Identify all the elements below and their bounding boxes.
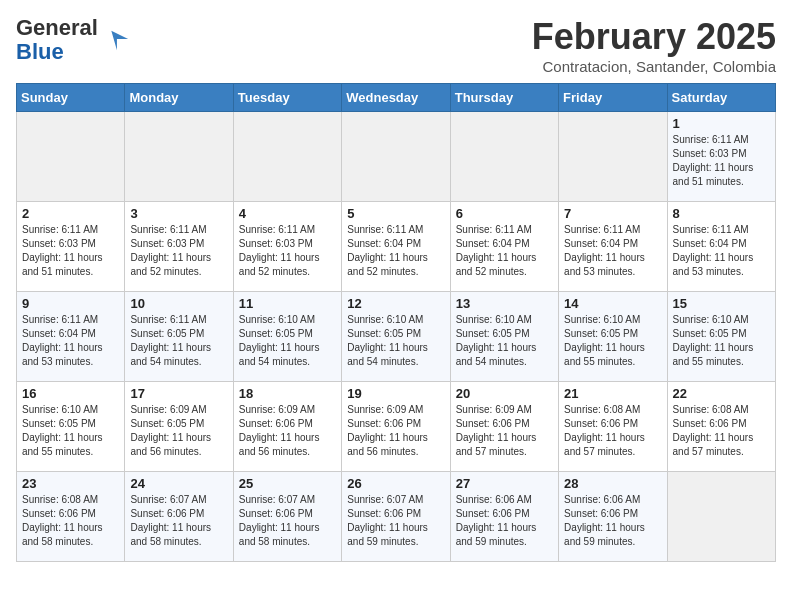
calendar-cell: 14Sunrise: 6:10 AM Sunset: 6:05 PM Dayli… — [559, 292, 667, 382]
day-number: 18 — [239, 386, 336, 401]
day-info: Sunrise: 6:11 AM Sunset: 6:05 PM Dayligh… — [130, 313, 227, 369]
day-info: Sunrise: 6:11 AM Sunset: 6:04 PM Dayligh… — [347, 223, 444, 279]
day-number: 9 — [22, 296, 119, 311]
weekday-header-saturday: Saturday — [667, 84, 775, 112]
day-info: Sunrise: 6:11 AM Sunset: 6:03 PM Dayligh… — [673, 133, 770, 189]
calendar-cell — [125, 112, 233, 202]
day-info: Sunrise: 6:10 AM Sunset: 6:05 PM Dayligh… — [673, 313, 770, 369]
calendar-week-row: 16Sunrise: 6:10 AM Sunset: 6:05 PM Dayli… — [17, 382, 776, 472]
day-number: 17 — [130, 386, 227, 401]
calendar-week-row: 23Sunrise: 6:08 AM Sunset: 6:06 PM Dayli… — [17, 472, 776, 562]
title-block: February 2025 Contratacion, Santander, C… — [532, 16, 776, 75]
calendar-cell: 4Sunrise: 6:11 AM Sunset: 6:03 PM Daylig… — [233, 202, 341, 292]
day-number: 25 — [239, 476, 336, 491]
day-number: 12 — [347, 296, 444, 311]
logo-blue-text: Blue — [16, 39, 64, 64]
day-info: Sunrise: 6:11 AM Sunset: 6:04 PM Dayligh… — [673, 223, 770, 279]
calendar-cell — [233, 112, 341, 202]
calendar-cell: 18Sunrise: 6:09 AM Sunset: 6:06 PM Dayli… — [233, 382, 341, 472]
calendar-week-row: 9Sunrise: 6:11 AM Sunset: 6:04 PM Daylig… — [17, 292, 776, 382]
month-title: February 2025 — [532, 16, 776, 58]
calendar-cell — [342, 112, 450, 202]
weekday-header-tuesday: Tuesday — [233, 84, 341, 112]
day-info: Sunrise: 6:10 AM Sunset: 6:05 PM Dayligh… — [564, 313, 661, 369]
day-number: 7 — [564, 206, 661, 221]
day-info: Sunrise: 6:10 AM Sunset: 6:05 PM Dayligh… — [239, 313, 336, 369]
calendar-cell: 6Sunrise: 6:11 AM Sunset: 6:04 PM Daylig… — [450, 202, 558, 292]
calendar-table: SundayMondayTuesdayWednesdayThursdayFrid… — [16, 83, 776, 562]
day-info: Sunrise: 6:11 AM Sunset: 6:04 PM Dayligh… — [564, 223, 661, 279]
weekday-header-thursday: Thursday — [450, 84, 558, 112]
day-info: Sunrise: 6:09 AM Sunset: 6:05 PM Dayligh… — [130, 403, 227, 459]
svg-marker-0 — [111, 31, 128, 51]
day-info: Sunrise: 6:07 AM Sunset: 6:06 PM Dayligh… — [130, 493, 227, 549]
day-number: 27 — [456, 476, 553, 491]
calendar-cell: 11Sunrise: 6:10 AM Sunset: 6:05 PM Dayli… — [233, 292, 341, 382]
day-info: Sunrise: 6:10 AM Sunset: 6:05 PM Dayligh… — [347, 313, 444, 369]
day-number: 28 — [564, 476, 661, 491]
day-number: 2 — [22, 206, 119, 221]
calendar-cell: 21Sunrise: 6:08 AM Sunset: 6:06 PM Dayli… — [559, 382, 667, 472]
calendar-cell: 2Sunrise: 6:11 AM Sunset: 6:03 PM Daylig… — [17, 202, 125, 292]
calendar-cell: 7Sunrise: 6:11 AM Sunset: 6:04 PM Daylig… — [559, 202, 667, 292]
weekday-header-monday: Monday — [125, 84, 233, 112]
calendar-cell — [17, 112, 125, 202]
day-info: Sunrise: 6:08 AM Sunset: 6:06 PM Dayligh… — [22, 493, 119, 549]
calendar-cell: 23Sunrise: 6:08 AM Sunset: 6:06 PM Dayli… — [17, 472, 125, 562]
day-number: 4 — [239, 206, 336, 221]
location-subtitle: Contratacion, Santander, Colombia — [532, 58, 776, 75]
day-info: Sunrise: 6:11 AM Sunset: 6:03 PM Dayligh… — [239, 223, 336, 279]
day-info: Sunrise: 6:07 AM Sunset: 6:06 PM Dayligh… — [347, 493, 444, 549]
calendar-cell: 26Sunrise: 6:07 AM Sunset: 6:06 PM Dayli… — [342, 472, 450, 562]
day-number: 14 — [564, 296, 661, 311]
calendar-cell: 25Sunrise: 6:07 AM Sunset: 6:06 PM Dayli… — [233, 472, 341, 562]
weekday-header-row: SundayMondayTuesdayWednesdayThursdayFrid… — [17, 84, 776, 112]
calendar-cell: 15Sunrise: 6:10 AM Sunset: 6:05 PM Dayli… — [667, 292, 775, 382]
day-number: 26 — [347, 476, 444, 491]
calendar-cell — [450, 112, 558, 202]
day-number: 3 — [130, 206, 227, 221]
calendar-cell: 9Sunrise: 6:11 AM Sunset: 6:04 PM Daylig… — [17, 292, 125, 382]
weekday-header-wednesday: Wednesday — [342, 84, 450, 112]
day-number: 10 — [130, 296, 227, 311]
day-number: 20 — [456, 386, 553, 401]
calendar-cell: 13Sunrise: 6:10 AM Sunset: 6:05 PM Dayli… — [450, 292, 558, 382]
day-info: Sunrise: 6:11 AM Sunset: 6:04 PM Dayligh… — [22, 313, 119, 369]
logo-icon — [102, 26, 130, 54]
calendar-cell: 5Sunrise: 6:11 AM Sunset: 6:04 PM Daylig… — [342, 202, 450, 292]
day-info: Sunrise: 6:07 AM Sunset: 6:06 PM Dayligh… — [239, 493, 336, 549]
day-number: 23 — [22, 476, 119, 491]
calendar-cell: 10Sunrise: 6:11 AM Sunset: 6:05 PM Dayli… — [125, 292, 233, 382]
day-number: 11 — [239, 296, 336, 311]
calendar-cell: 3Sunrise: 6:11 AM Sunset: 6:03 PM Daylig… — [125, 202, 233, 292]
calendar-cell: 19Sunrise: 6:09 AM Sunset: 6:06 PM Dayli… — [342, 382, 450, 472]
day-info: Sunrise: 6:09 AM Sunset: 6:06 PM Dayligh… — [239, 403, 336, 459]
day-info: Sunrise: 6:09 AM Sunset: 6:06 PM Dayligh… — [347, 403, 444, 459]
day-number: 19 — [347, 386, 444, 401]
day-number: 16 — [22, 386, 119, 401]
day-number: 6 — [456, 206, 553, 221]
weekday-header-sunday: Sunday — [17, 84, 125, 112]
day-info: Sunrise: 6:11 AM Sunset: 6:03 PM Dayligh… — [22, 223, 119, 279]
calendar-week-row: 1Sunrise: 6:11 AM Sunset: 6:03 PM Daylig… — [17, 112, 776, 202]
calendar-week-row: 2Sunrise: 6:11 AM Sunset: 6:03 PM Daylig… — [17, 202, 776, 292]
day-number: 8 — [673, 206, 770, 221]
day-info: Sunrise: 6:09 AM Sunset: 6:06 PM Dayligh… — [456, 403, 553, 459]
day-number: 24 — [130, 476, 227, 491]
calendar-cell — [667, 472, 775, 562]
day-number: 21 — [564, 386, 661, 401]
calendar-cell: 12Sunrise: 6:10 AM Sunset: 6:05 PM Dayli… — [342, 292, 450, 382]
day-info: Sunrise: 6:10 AM Sunset: 6:05 PM Dayligh… — [456, 313, 553, 369]
calendar-cell: 28Sunrise: 6:06 AM Sunset: 6:06 PM Dayli… — [559, 472, 667, 562]
day-info: Sunrise: 6:10 AM Sunset: 6:05 PM Dayligh… — [22, 403, 119, 459]
day-info: Sunrise: 6:08 AM Sunset: 6:06 PM Dayligh… — [673, 403, 770, 459]
day-info: Sunrise: 6:11 AM Sunset: 6:03 PM Dayligh… — [130, 223, 227, 279]
day-number: 22 — [673, 386, 770, 401]
day-number: 13 — [456, 296, 553, 311]
calendar-cell: 27Sunrise: 6:06 AM Sunset: 6:06 PM Dayli… — [450, 472, 558, 562]
day-info: Sunrise: 6:11 AM Sunset: 6:04 PM Dayligh… — [456, 223, 553, 279]
calendar-cell — [559, 112, 667, 202]
day-info: Sunrise: 6:06 AM Sunset: 6:06 PM Dayligh… — [456, 493, 553, 549]
page-header: General Blue February 2025 Contratacion,… — [16, 16, 776, 75]
calendar-cell: 22Sunrise: 6:08 AM Sunset: 6:06 PM Dayli… — [667, 382, 775, 472]
